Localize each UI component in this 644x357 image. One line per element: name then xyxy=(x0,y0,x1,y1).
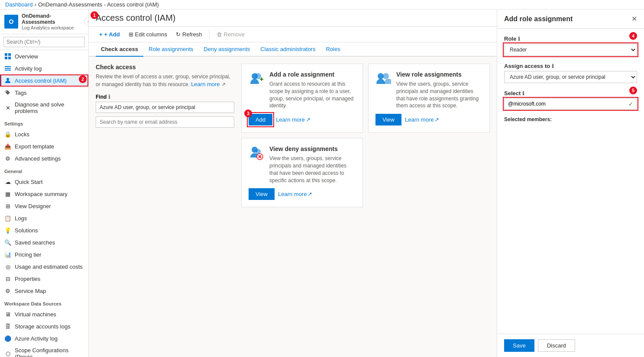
deny-card-text: View deny assignments View the users, gr… xyxy=(269,145,356,184)
sidebar-item-logs-label: Logs xyxy=(15,215,27,222)
select-input-wrapper: ✓ xyxy=(504,98,637,109)
deny-view-label: View xyxy=(256,191,268,197)
add-role-add-label: Add xyxy=(256,116,265,123)
select-label: Select ℹ xyxy=(504,90,637,96)
assign-access-select[interactable]: Azure AD user, group, or service princip… xyxy=(504,71,637,83)
add-label: + Add xyxy=(104,31,120,38)
svg-point-14 xyxy=(383,73,389,79)
assign-access-info-icon[interactable]: ℹ xyxy=(552,63,554,69)
tab-role-assignments[interactable]: Role assignments xyxy=(143,42,198,57)
select-info-icon[interactable]: ℹ xyxy=(522,90,524,96)
select-form-group: 5 Select ℹ ✓ xyxy=(504,90,637,109)
sidebar-item-saved-searches[interactable]: 🔍 Saved searches xyxy=(0,236,88,248)
tab-classic-administrators[interactable]: Classic administrators xyxy=(255,42,320,57)
storage-icon: 🗄 xyxy=(4,323,11,330)
svg-rect-5 xyxy=(5,68,11,69)
view-role-learn-more[interactable]: Learn more ↗ xyxy=(405,116,439,123)
logs-icon: 📋 xyxy=(4,215,11,222)
external-link-icon: ↗ xyxy=(306,116,311,123)
locks-icon: 🔒 xyxy=(4,131,11,138)
overview-icon xyxy=(4,53,11,60)
sidebar-item-storage-accounts-logs[interactable]: 🗄 Storage accounts logs xyxy=(0,320,88,332)
svg-point-8 xyxy=(6,91,7,92)
edit-columns-button[interactable]: ⊞ Edit columns xyxy=(125,29,171,39)
export-icon: 📤 xyxy=(4,143,11,150)
sidebar-item-service-map[interactable]: ⚙ Service Map xyxy=(0,285,88,297)
pricing-tier-icon: 📊 xyxy=(4,251,11,258)
add-role-assignment-card: Add a role assignment Grant access to re… xyxy=(241,64,363,133)
sidebar-item-activity-log[interactable]: Activity log xyxy=(0,62,88,74)
sidebar: O OnDemand-Assessments Log Analytics wor… xyxy=(0,10,89,357)
add-role-card-header: Add a role assignment Grant access to re… xyxy=(249,71,356,109)
sidebar-item-tags[interactable]: Tags xyxy=(0,87,88,99)
scope-icon: ⬡ xyxy=(4,350,11,357)
check-access-learn-more[interactable]: Learn more xyxy=(191,81,220,87)
sidebar-item-vm-label: Virtual machines xyxy=(15,311,56,318)
refresh-button[interactable]: ↻ Refresh xyxy=(172,29,206,39)
tab-deny-assignments[interactable]: Deny assignments xyxy=(198,42,255,57)
quick-start-icon: ☁ xyxy=(4,178,11,185)
tab-check-access[interactable]: Check access xyxy=(96,42,143,57)
role-select[interactable]: Reader xyxy=(504,44,637,56)
search-by-name-input[interactable] xyxy=(96,116,234,128)
role-info-icon[interactable]: ℹ xyxy=(518,36,520,42)
view-deny-assignments-card: View deny assignments View the users, gr… xyxy=(241,138,363,207)
add-role-learn-more-text: Learn more xyxy=(276,116,304,123)
find-dropdown[interactable]: Azure AD user, group, or service princip… xyxy=(96,102,234,113)
add-role-learn-more[interactable]: Learn more ↗ xyxy=(276,116,310,123)
discard-button[interactable]: Discard xyxy=(538,339,575,352)
annotation-3: 3 xyxy=(244,109,252,117)
sidebar-collapse-button[interactable]: ‹ xyxy=(84,17,89,26)
remove-button[interactable]: 🗑 Remove xyxy=(213,29,248,39)
view-role-view-button[interactable]: View xyxy=(375,114,401,125)
settings-section-label: Settings xyxy=(0,117,88,128)
sidebar-item-quick-start-label: Quick Start xyxy=(15,179,42,185)
check-access-title: Check access xyxy=(96,64,234,71)
select-input[interactable] xyxy=(505,99,625,109)
sidebar-item-properties[interactable]: ⊟ Properties xyxy=(0,273,88,285)
workspace-summary-icon: ▦ xyxy=(4,190,11,197)
assign-access-label-text: Assign access to xyxy=(504,63,550,69)
deny-view-button[interactable]: View xyxy=(249,188,275,200)
sidebar-item-azure-activity-label: Azure Activity log xyxy=(15,335,58,342)
sidebar-item-view-designer[interactable]: ⊞ View Designer xyxy=(0,200,88,212)
sidebar-item-solutions[interactable]: 💡 Solutions xyxy=(0,224,88,236)
sidebar-item-quick-start[interactable]: ☁ Quick Start xyxy=(0,176,88,188)
sidebar-search-input[interactable] xyxy=(3,37,85,47)
sidebar-item-azure-activity-log[interactable]: 🔵 Azure Activity log xyxy=(0,332,88,344)
svg-rect-2 xyxy=(5,57,7,59)
sidebar-item-export[interactable]: 📤 Export template xyxy=(0,140,88,152)
edit-columns-label: Edit columns xyxy=(135,31,167,38)
sidebar-header-text: OnDemand-Assessments Log Analytics works… xyxy=(22,13,84,30)
add-role-card-icon xyxy=(249,71,264,87)
sidebar-item-advanced-settings-label: Advanced settings xyxy=(15,155,61,162)
sidebar-item-scope-configurations[interactable]: ⬡ Scope Configurations (Previe... xyxy=(0,344,88,357)
add-button[interactable]: + + Add xyxy=(96,29,123,39)
sidebar-item-diagnose[interactable]: ✕ Diagnose and solve problems xyxy=(0,99,88,117)
save-button[interactable]: Save xyxy=(504,339,534,352)
deny-card-title: View deny assignments xyxy=(269,145,356,152)
right-panel-title: Add role assignment xyxy=(504,15,573,23)
sidebar-item-logs[interactable]: 📋 Logs xyxy=(0,212,88,224)
right-panel-close-button[interactable]: ✕ xyxy=(631,15,637,23)
sidebar-item-virtual-machines[interactable]: 🖥 Virtual machines xyxy=(0,308,88,320)
add-role-add-button[interactable]: 3 Add xyxy=(249,114,272,125)
add-role-card-description: Grant access to resources at this scope … xyxy=(269,80,356,109)
selected-members-label: Selected members: xyxy=(504,116,637,122)
role-label: Role ℹ xyxy=(504,35,637,42)
sidebar-item-usage-costs[interactable]: ◎ Usage and estimated costs xyxy=(0,261,88,273)
deny-learn-more[interactable]: Learn more ↗ xyxy=(278,191,312,197)
sidebar-item-pricing-tier[interactable]: 📊 Pricing tier xyxy=(0,248,88,261)
sidebar-item-workspace-summary[interactable]: ▦ Workspace summary xyxy=(0,188,88,200)
edit-columns-icon: ⊞ xyxy=(129,31,133,38)
sidebar-item-locks[interactable]: 🔒 Locks xyxy=(0,128,88,140)
breadcrumb-dashboard[interactable]: Dashboard xyxy=(5,1,33,8)
sidebar-item-advanced-settings[interactable]: ⚙ Advanced settings xyxy=(0,152,88,164)
sidebar-item-access-control[interactable]: Access control (IAM) 2 xyxy=(0,74,88,87)
tab-roles[interactable]: Roles xyxy=(320,42,345,57)
workspace-name: OnDemand-Assessments xyxy=(22,13,84,25)
deny-card-icon xyxy=(249,145,264,161)
role-form-group: 4 Role ℹ Reader xyxy=(504,35,637,56)
sidebar-item-overview[interactable]: Overview xyxy=(0,50,88,62)
remove-icon: 🗑 xyxy=(217,31,222,38)
